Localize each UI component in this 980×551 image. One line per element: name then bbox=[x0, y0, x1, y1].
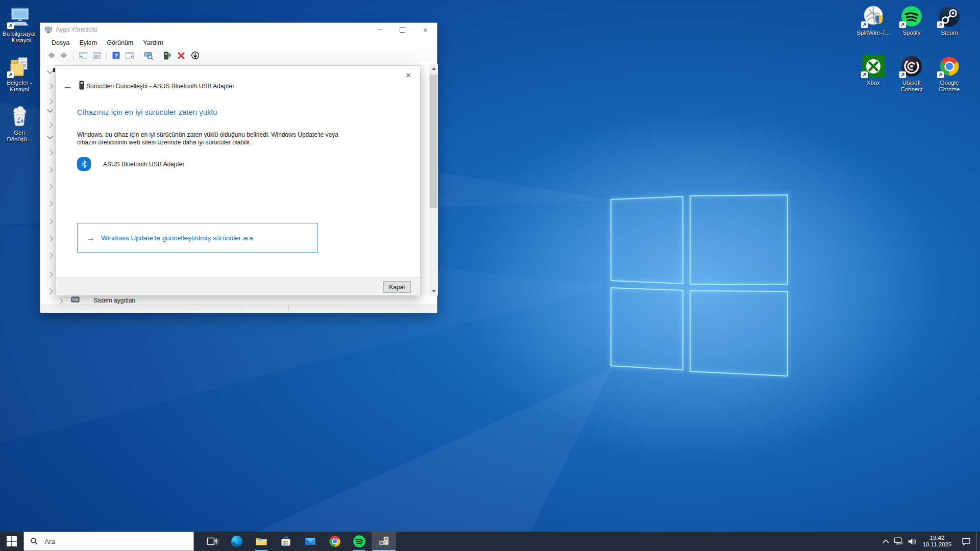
close-button[interactable]: × bbox=[414, 23, 437, 36]
desktop-icon-label: SplitWire-T... bbox=[856, 30, 890, 36]
taskbar-chrome[interactable] bbox=[323, 532, 347, 551]
dialog-close-icon[interactable]: × bbox=[402, 70, 415, 81]
help-icon[interactable]: ? bbox=[110, 50, 122, 61]
uninstall-device-icon[interactable] bbox=[175, 50, 187, 61]
desktop-icon-splitwire[interactable]: SplitWire-T... bbox=[852, 5, 895, 36]
tree-chevron[interactable] bbox=[47, 253, 53, 258]
title-bar[interactable]: Aygıt Yöneticisi × bbox=[40, 23, 437, 36]
properties-icon[interactable] bbox=[91, 50, 103, 61]
taskbar-search[interactable] bbox=[23, 532, 194, 551]
taskbar-file-explorer[interactable] bbox=[249, 532, 274, 551]
taskbar-mail[interactable] bbox=[298, 532, 323, 551]
bluetooth-icon bbox=[77, 157, 91, 171]
menu-eylem[interactable]: Eylem bbox=[79, 39, 97, 46]
volume-tray-button[interactable] bbox=[905, 532, 918, 551]
tree-chevron[interactable] bbox=[47, 236, 53, 241]
tree-chevron[interactable] bbox=[57, 298, 63, 304]
toolbar: ? bbox=[40, 49, 437, 62]
disable-device-icon[interactable] bbox=[189, 50, 201, 61]
search-windows-update-button[interactable]: → Windows Update'te güncelleştirilmiş sü… bbox=[77, 223, 318, 253]
maximize-button[interactable] bbox=[391, 23, 414, 36]
tree-chevron[interactable] bbox=[47, 107, 53, 112]
search-input[interactable] bbox=[43, 537, 173, 546]
console-tree-icon[interactable] bbox=[77, 50, 89, 61]
desktop-icon-label: Xbox bbox=[867, 80, 880, 86]
start-button[interactable] bbox=[0, 532, 23, 551]
action-center-button[interactable] bbox=[956, 532, 976, 551]
action-pane-icon[interactable] bbox=[124, 50, 136, 61]
tree-chevron[interactable] bbox=[47, 98, 53, 104]
tray-expand-button[interactable] bbox=[879, 532, 892, 551]
edge-icon bbox=[230, 535, 243, 548]
desktop-icon-this-pc[interactable]: Bu bilgisayar - Kısayol bbox=[0, 6, 41, 44]
arrow-right-icon: → bbox=[86, 233, 95, 243]
search-icon bbox=[30, 537, 38, 545]
tree-chevron[interactable] bbox=[47, 184, 53, 189]
tree-scrollbar[interactable] bbox=[429, 64, 438, 295]
scrollbar-thumb[interactable] bbox=[430, 74, 437, 208]
device-name: ASUS Bluetooth USB Adapter bbox=[103, 161, 184, 168]
desktop-icon-xbox[interactable]: Xbox bbox=[852, 55, 895, 86]
taskbar: 19:42 10.11.2025 bbox=[0, 532, 980, 551]
tree-chevron[interactable] bbox=[47, 122, 53, 128]
shortcut-arrow-icon bbox=[861, 71, 868, 78]
tree-chevron[interactable] bbox=[47, 201, 53, 206]
taskbar-clock[interactable]: 19:42 10.11.2025 bbox=[918, 532, 956, 551]
tree-chevron[interactable] bbox=[47, 218, 53, 224]
tree-chevron[interactable] bbox=[47, 68, 53, 73]
network-icon bbox=[894, 537, 903, 545]
minimize-button[interactable] bbox=[368, 23, 391, 36]
menu-gorunum[interactable]: Görünüm bbox=[107, 39, 133, 46]
dialog-title: Sürücüleri Güncelleştir - ASUS Bluetooth… bbox=[86, 83, 234, 90]
tree-chevron[interactable] bbox=[47, 288, 53, 294]
tree-chevron[interactable] bbox=[47, 149, 53, 155]
store-icon bbox=[279, 535, 292, 548]
desktop-icon-steam[interactable]: Steam bbox=[928, 5, 971, 36]
network-tray-button[interactable] bbox=[892, 532, 905, 551]
desktop-icon-documents[interactable]: Belgeler - Kısayol bbox=[0, 55, 41, 93]
update-driver-icon[interactable] bbox=[161, 50, 174, 61]
system-devices-icon bbox=[71, 296, 80, 304]
show-desktop-button[interactable] bbox=[976, 532, 980, 551]
taskbar-store[interactable] bbox=[274, 532, 298, 551]
desktop-icon-label: Bu bilgisayar - Kısayol bbox=[3, 31, 36, 44]
dialog-footer: Kapat bbox=[56, 277, 420, 295]
device-manager-icon bbox=[377, 535, 390, 548]
dialog-back-icon[interactable]: ← bbox=[63, 81, 72, 91]
volume-icon bbox=[908, 538, 916, 545]
kapat-button[interactable]: Kapat bbox=[383, 281, 411, 293]
shortcut-arrow-icon bbox=[937, 71, 944, 78]
tree-chevron[interactable] bbox=[47, 83, 53, 89]
search-windows-update-label: Windows Update'te güncelleştirilmiş sürü… bbox=[101, 234, 253, 242]
menu-bar: Dosya Eylem Görünüm Yardım bbox=[40, 36, 437, 49]
forward-icon[interactable] bbox=[58, 50, 70, 61]
tree-chevron[interactable] bbox=[47, 133, 53, 139]
desktop-icon-ubisoft[interactable]: Ubisoft Connect bbox=[890, 55, 933, 93]
menu-yardim[interactable]: Yardım bbox=[143, 39, 163, 46]
tree-chevron[interactable] bbox=[47, 271, 53, 277]
desktop-icon-recycle-bin[interactable]: Geri Dönüşü... bbox=[0, 105, 41, 143]
shortcut-arrow-icon bbox=[7, 71, 14, 78]
desktop-icon-chrome[interactable]: Google Chrome bbox=[928, 55, 971, 93]
desktop-icon-spotify[interactable]: Spotify bbox=[890, 5, 933, 36]
driver-device-icon bbox=[78, 81, 85, 90]
chrome-icon bbox=[328, 535, 341, 548]
tray-date: 10.11.2025 bbox=[923, 541, 952, 548]
tree-item-system-devices[interactable]: Sistem aygıtları bbox=[93, 297, 136, 304]
tree-chevron[interactable] bbox=[47, 167, 53, 172]
file-explorer-icon bbox=[255, 535, 268, 548]
menu-dosya[interactable]: Dosya bbox=[52, 39, 69, 46]
scroll-up-icon[interactable] bbox=[429, 64, 438, 73]
scan-hardware-changes-icon[interactable] bbox=[142, 50, 155, 61]
desktop-icon-label: Google Chrome bbox=[939, 80, 960, 93]
taskbar-spotify[interactable] bbox=[347, 532, 372, 551]
shortcut-arrow-icon bbox=[861, 21, 868, 28]
mail-icon bbox=[304, 535, 317, 548]
taskbar-edge[interactable] bbox=[225, 532, 249, 551]
desktop-icon-label: Spotify bbox=[902, 30, 920, 36]
scroll-down-icon[interactable] bbox=[429, 287, 438, 295]
system-tray: 19:42 10.11.2025 bbox=[879, 532, 980, 551]
task-view-button[interactable] bbox=[200, 532, 225, 551]
taskbar-device-manager[interactable] bbox=[372, 532, 396, 551]
back-icon[interactable] bbox=[44, 50, 57, 61]
